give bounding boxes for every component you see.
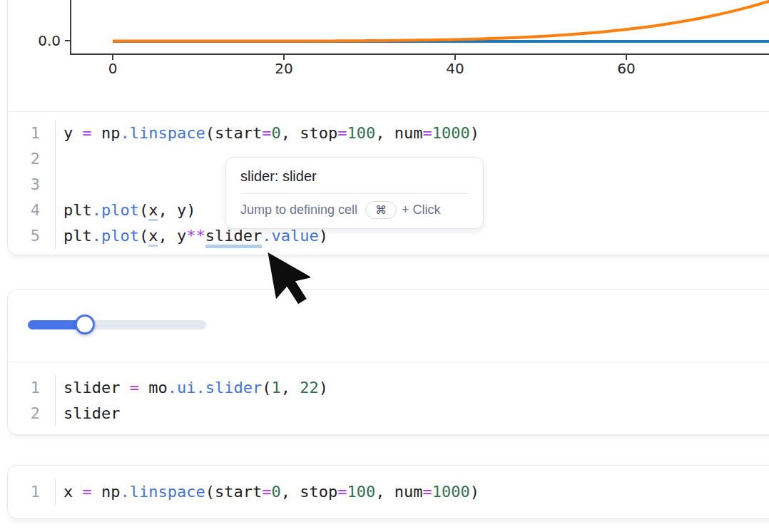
code-token: , num xyxy=(375,124,422,142)
code-token: = xyxy=(422,124,432,142)
variable-reference[interactable]: x xyxy=(148,227,158,247)
code-token: np xyxy=(92,124,121,142)
line-number: 2 xyxy=(8,401,55,426)
code-line: 1slider = mo.ui.slider(1, 22) xyxy=(8,375,769,401)
code-token: ( xyxy=(139,227,148,245)
code-token: 1000 xyxy=(432,483,470,501)
code-token: = xyxy=(262,483,271,501)
notebook-cell-x: 1x = np.linspace(start=0, stop=100, num=… xyxy=(7,465,769,519)
line-number: 1 xyxy=(8,479,55,505)
code-token: = xyxy=(337,483,347,501)
code-editor[interactable]: 1slider = mo.ui.slider(1, 22)2slider xyxy=(8,362,769,435)
code-token: (start xyxy=(205,483,262,501)
code-editor[interactable]: 1x = np.linspace(start=0, stop=100, num=… xyxy=(8,466,769,517)
code-text[interactable]: slider = mo.ui.slider(1, 22) xyxy=(55,375,769,401)
code-token: = xyxy=(262,124,271,142)
code-token: = xyxy=(337,124,347,142)
code-token: , stop xyxy=(281,124,337,142)
code-token: .plot xyxy=(92,201,139,219)
code-text[interactable]: y = np.linspace(start=0, stop=100, num=1… xyxy=(55,121,769,146)
code-token: (start xyxy=(205,124,262,142)
code-token: .ui.slider xyxy=(168,379,262,397)
slider-track[interactable] xyxy=(28,320,206,329)
code-token: 0 xyxy=(271,483,280,501)
x-tick-label: 0 xyxy=(108,60,118,77)
notebook-cell-slider: 1slider = mo.ui.slider(1, 22)2slider xyxy=(7,289,769,435)
code-token: slider xyxy=(63,404,120,422)
code-token: 1 xyxy=(271,379,280,397)
click-hint: + Click xyxy=(402,203,441,218)
code-token: = xyxy=(83,124,92,142)
code-token: = xyxy=(130,379,139,397)
line-number: 3 xyxy=(8,172,55,198)
code-token: plt xyxy=(63,201,92,219)
code-token: , y xyxy=(158,227,186,245)
line-number: 1 xyxy=(8,375,55,401)
code-token: 100 xyxy=(347,483,375,501)
line-number: 5 xyxy=(8,223,55,249)
code-token: = xyxy=(83,483,92,501)
code-text[interactable]: x = np.linspace(start=0, stop=100, num=1… xyxy=(55,479,769,505)
x-tick-label: 20 xyxy=(275,60,292,77)
slider-widget xyxy=(28,320,206,329)
code-token: ) xyxy=(319,379,328,397)
code-token: , stop xyxy=(281,483,337,501)
code-token: slider xyxy=(63,379,130,397)
code-token: 1000 xyxy=(432,124,470,142)
tooltip-title: slider: slider xyxy=(240,168,469,185)
code-token: ) xyxy=(470,483,479,501)
jump-action-label: Jump to defining cell xyxy=(240,203,357,218)
code-token: = xyxy=(422,483,432,501)
code-token: ) xyxy=(319,227,328,245)
code-token: , y) xyxy=(158,201,195,219)
code-token: ( xyxy=(139,201,148,219)
x-tick-label: 40 xyxy=(446,60,464,77)
mouse-cursor xyxy=(265,250,310,312)
line-number: 2 xyxy=(8,146,55,172)
matplotlib-plot: 0.00204060 xyxy=(8,0,769,111)
code-token: , num xyxy=(375,483,422,501)
code-token: 0 xyxy=(271,124,280,142)
y-tick-label: 0.0 xyxy=(38,32,61,49)
code-token: , xyxy=(281,379,300,397)
code-line: 2slider xyxy=(8,401,769,426)
cell-output-plot: 0.00204060 xyxy=(8,0,769,111)
code-token: .value xyxy=(262,227,318,245)
line-number: 4 xyxy=(8,198,55,223)
code-token: ( xyxy=(262,379,271,397)
code-token: plt xyxy=(63,227,92,245)
slider-thumb[interactable] xyxy=(75,314,95,334)
code-token: .linspace xyxy=(121,483,205,501)
variable-tooltip: slider: slider Jump to defining cell ⌘ +… xyxy=(225,157,484,229)
code-token: 100 xyxy=(347,124,375,142)
tooltip-divider xyxy=(240,193,469,194)
code-token: mo xyxy=(139,379,168,397)
code-text[interactable]: slider xyxy=(55,401,769,426)
x-tick-label: 60 xyxy=(617,60,635,77)
code-line: 1y = np.linspace(start=0, stop=100, num=… xyxy=(8,121,769,146)
code-token: ) xyxy=(470,124,479,142)
variable-reference[interactable]: x xyxy=(148,201,158,221)
code-token: np xyxy=(92,483,121,501)
line-number: 1 xyxy=(8,121,55,146)
code-token: .plot xyxy=(92,227,139,245)
code-token: ** xyxy=(186,227,205,245)
variable-reference[interactable]: slider xyxy=(205,227,262,248)
code-line: 1x = np.linspace(start=0, stop=100, num=… xyxy=(8,479,769,505)
code-token: x xyxy=(63,483,83,501)
command-key: ⌘ xyxy=(365,201,397,219)
code-token: .linspace xyxy=(121,124,205,142)
cell-output-slider xyxy=(8,290,769,362)
code-token: 22 xyxy=(300,379,319,397)
line-series-orange xyxy=(113,1,769,41)
code-token: y xyxy=(63,124,83,142)
